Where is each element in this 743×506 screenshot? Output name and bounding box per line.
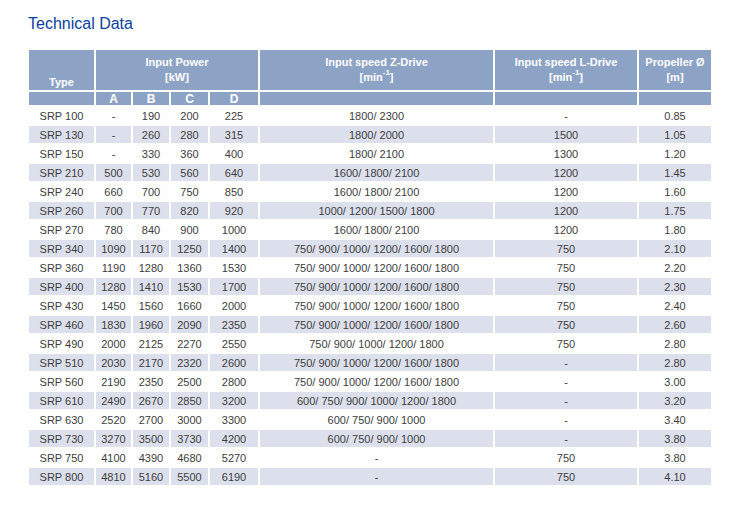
- cell-power-a: 780: [95, 220, 132, 239]
- header-propeller: Propeller Ø [m]: [638, 49, 712, 91]
- cell-z-drive-speed: 1600/ 1800/ 2100: [259, 220, 494, 239]
- page-title: Technical Data: [28, 15, 743, 33]
- cell-power-a: 2000: [95, 334, 132, 353]
- cell-type: SRP 460: [28, 315, 95, 334]
- table-row: SRP 260 700 770 820 920 1000/ 1200/ 1500…: [28, 201, 712, 220]
- cell-power-d: 1400: [209, 239, 259, 258]
- propeller-unit: [m]: [639, 70, 711, 85]
- cell-l-drive-speed: 750: [494, 334, 638, 353]
- table-row: SRP 240 660 700 750 850 1600/ 1800/ 2100…: [28, 182, 712, 201]
- cell-type: SRP 490: [28, 334, 95, 353]
- cell-power-d: 2000: [209, 296, 259, 315]
- cell-power-b: 770: [132, 201, 170, 220]
- cell-propeller-diameter: 3.20: [638, 391, 712, 410]
- cell-power-a: 1830: [95, 315, 132, 334]
- cell-type: SRP 210: [28, 163, 95, 182]
- cell-power-a: 3270: [95, 429, 132, 448]
- cell-l-drive-speed: 1300: [494, 144, 638, 163]
- cell-power-c: 280: [170, 125, 209, 144]
- l-unit-close: ]: [579, 71, 583, 83]
- cell-propeller-diameter: 2.20: [638, 258, 712, 277]
- cell-z-drive-speed: 1600/ 1800/ 2100: [259, 163, 494, 182]
- cell-power-d: 4200: [209, 429, 259, 448]
- cell-z-drive-speed: 750/ 900/ 1000/ 1200/ 1600/ 1800: [259, 296, 494, 315]
- input-power-label: Input Power: [96, 55, 258, 70]
- table-header: Type Input Power [kW] Input speed Z-Driv…: [28, 49, 712, 106]
- cell-power-d: 2550: [209, 334, 259, 353]
- cell-power-b: 1960: [132, 315, 170, 334]
- cell-l-drive-speed: 750: [494, 258, 638, 277]
- cell-power-d: 1700: [209, 277, 259, 296]
- z-unit-open: [min: [360, 71, 383, 83]
- cell-l-drive-speed: 1200: [494, 220, 638, 239]
- cell-power-a: 500: [95, 163, 132, 182]
- l-drive-label: Input speed L-Drive: [495, 55, 637, 70]
- cell-power-d: 2800: [209, 372, 259, 391]
- cell-power-a: 2490: [95, 391, 132, 410]
- table-row: SRP 100 - 190 200 225 1800/ 2300 - 0.85: [28, 106, 712, 125]
- cell-power-c: 1530: [170, 277, 209, 296]
- propeller-label: Propeller Ø: [639, 55, 711, 70]
- cell-power-c: 1250: [170, 239, 209, 258]
- cell-power-c: 2500: [170, 372, 209, 391]
- z-drive-label: Input speed Z-Drive: [260, 55, 493, 70]
- cell-z-drive-speed: 750/ 900/ 1000/ 1200/ 1600/ 1800: [259, 277, 494, 296]
- cell-l-drive-speed: -: [494, 372, 638, 391]
- cell-propeller-diameter: 2.80: [638, 353, 712, 372]
- cell-power-d: 3200: [209, 391, 259, 410]
- l-unit-sup: -1: [572, 68, 579, 77]
- cell-power-a: -: [95, 144, 132, 163]
- cell-power-b: 190: [132, 106, 170, 125]
- table-row: SRP 510 2030 2170 2320 2600 750/ 900/ 10…: [28, 353, 712, 372]
- cell-power-d: 6190: [209, 467, 259, 486]
- header-row-sub: A B C D: [28, 91, 712, 106]
- cell-power-b: 330: [132, 144, 170, 163]
- cell-power-b: 530: [132, 163, 170, 182]
- cell-propeller-diameter: 1.75: [638, 201, 712, 220]
- cell-type: SRP 430: [28, 296, 95, 315]
- cell-type: SRP 610: [28, 391, 95, 410]
- z-unit-sup: -1: [383, 68, 390, 77]
- cell-z-drive-speed: 600/ 750/ 900/ 1000/ 1200/ 1800: [259, 391, 494, 410]
- cell-propeller-diameter: 2.80: [638, 334, 712, 353]
- cell-type: SRP 730: [28, 429, 95, 448]
- table-row: SRP 340 1090 1170 1250 1400 750/ 900/ 10…: [28, 239, 712, 258]
- cell-power-c: 1360: [170, 258, 209, 277]
- cell-type: SRP 510: [28, 353, 95, 372]
- cell-l-drive-speed: 1500: [494, 125, 638, 144]
- cell-power-c: 1660: [170, 296, 209, 315]
- cell-type: SRP 340: [28, 239, 95, 258]
- cell-power-b: 3500: [132, 429, 170, 448]
- z-drive-unit: [min-1]: [260, 70, 493, 85]
- cell-type: SRP 240: [28, 182, 95, 201]
- cell-power-a: 4100: [95, 448, 132, 467]
- subheader-z-empty: [259, 91, 494, 106]
- table-row: SRP 150 - 330 360 400 1800/ 2100 1300 1.…: [28, 144, 712, 163]
- cell-power-b: 2700: [132, 410, 170, 429]
- cell-propeller-diameter: 1.20: [638, 144, 712, 163]
- cell-power-a: -: [95, 106, 132, 125]
- cell-power-d: 400: [209, 144, 259, 163]
- cell-power-d: 225: [209, 106, 259, 125]
- cell-power-b: 1410: [132, 277, 170, 296]
- cell-propeller-diameter: 2.30: [638, 277, 712, 296]
- cell-power-b: 2670: [132, 391, 170, 410]
- cell-power-c: 560: [170, 163, 209, 182]
- cell-power-c: 3730: [170, 429, 209, 448]
- cell-propeller-diameter: 0.85: [638, 106, 712, 125]
- cell-l-drive-speed: 1200: [494, 163, 638, 182]
- cell-propeller-diameter: 2.10: [638, 239, 712, 258]
- cell-propeller-diameter: 2.40: [638, 296, 712, 315]
- subheader-b: B: [132, 91, 170, 106]
- cell-l-drive-speed: 750: [494, 315, 638, 334]
- cell-type: SRP 130: [28, 125, 95, 144]
- cell-power-b: 2125: [132, 334, 170, 353]
- cell-power-c: 2850: [170, 391, 209, 410]
- input-power-unit: [kW]: [96, 70, 258, 85]
- cell-power-c: 750: [170, 182, 209, 201]
- header-l-drive: Input speed L-Drive [min-1]: [494, 49, 638, 91]
- cell-z-drive-speed: 600/ 750/ 900/ 1000: [259, 429, 494, 448]
- cell-propeller-diameter: 2.60: [638, 315, 712, 334]
- cell-power-a: 1280: [95, 277, 132, 296]
- cell-propeller-diameter: 1.05: [638, 125, 712, 144]
